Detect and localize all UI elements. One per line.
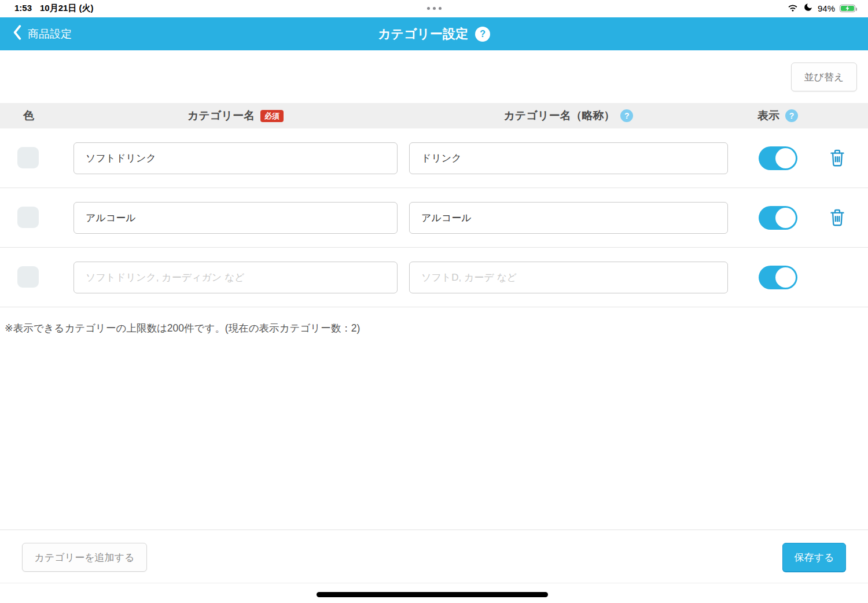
moon-icon: [803, 2, 813, 14]
toolbar: 並び替え: [0, 50, 868, 103]
wifi-icon: [787, 3, 799, 14]
toggle-knob: [775, 148, 796, 168]
trash-icon: [829, 220, 846, 229]
column-header-short-name: カテゴリー名（略称） ?: [409, 103, 728, 128]
status-bar: 1:53 10月21日 (火) 94%: [0, 0, 868, 17]
page-title: カテゴリー設定: [378, 25, 468, 43]
color-swatch[interactable]: [17, 207, 39, 228]
save-button[interactable]: 保存する: [782, 543, 846, 572]
sort-button[interactable]: 並び替え: [791, 62, 857, 91]
delete-button[interactable]: [828, 149, 847, 168]
battery-percent: 94%: [818, 3, 835, 13]
multitasking-dots-icon: [0, 7, 868, 10]
category-row: [0, 248, 868, 307]
column-header-name: カテゴリー名 必須: [73, 103, 398, 128]
category-limit-note: ※表示できるカテゴリーの上限数は200件です。(現在の表示カテゴリー数：2): [5, 321, 360, 335]
category-short-name-input[interactable]: [409, 142, 728, 174]
category-short-name-input[interactable]: [409, 262, 728, 293]
delete-button[interactable]: [828, 208, 847, 228]
footer-bar: カテゴリーを追加する 保存する: [0, 530, 868, 583]
color-swatch[interactable]: [17, 147, 39, 168]
visible-help-icon[interactable]: ?: [785, 109, 798, 122]
toggle-knob: [775, 267, 796, 288]
visibility-toggle[interactable]: [759, 146, 797, 170]
visibility-toggle[interactable]: [759, 266, 797, 289]
category-row: [0, 128, 868, 188]
category-row: [0, 188, 868, 248]
category-name-input[interactable]: [73, 202, 398, 234]
column-header-visible: 表示 ?: [749, 103, 807, 128]
home-indicator[interactable]: [317, 592, 548, 597]
battery-charging-icon: [840, 5, 855, 12]
add-category-button[interactable]: カテゴリーを追加する: [22, 543, 147, 572]
category-table-body: [0, 128, 868, 307]
category-name-input[interactable]: [73, 262, 398, 293]
required-badge: 必須: [260, 110, 284, 122]
color-swatch[interactable]: [17, 266, 39, 288]
title-help-icon[interactable]: ?: [475, 27, 490, 42]
short-name-help-icon[interactable]: ?: [620, 109, 633, 122]
category-name-input[interactable]: [73, 142, 398, 174]
nav-bar: 商品設定 カテゴリー設定 ?: [0, 17, 868, 50]
table-header: 色 カテゴリー名 必須 カテゴリー名（略称） ? 表示 ?: [0, 103, 868, 128]
category-short-name-input[interactable]: [409, 202, 728, 234]
toggle-knob: [775, 208, 796, 228]
column-header-color: 色: [23, 103, 34, 128]
trash-icon: [829, 160, 846, 169]
visibility-toggle[interactable]: [759, 206, 797, 230]
